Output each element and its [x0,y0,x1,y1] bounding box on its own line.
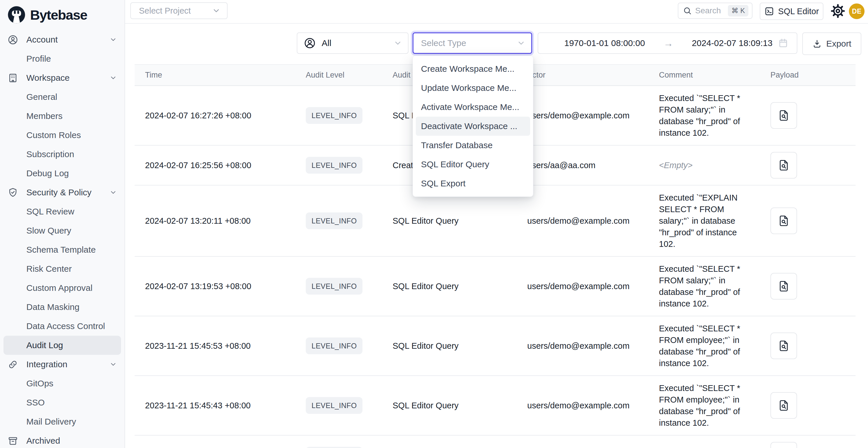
sidebar-item[interactable]: Audit Log [3,336,121,355]
sidebar-item[interactable]: Data Access Control [3,317,121,336]
table-column-header: Comment [649,65,760,85]
sidebar-item-label: Profile [26,54,51,64]
sidebar-item[interactable]: Profile [3,49,121,68]
cell-time: 2023-11-21 15:45:43 +08:00 [135,393,295,418]
sidebar-item-label: Schema Template [26,245,96,255]
sidebar-item[interactable]: Workspace [3,68,121,87]
sidebar-item-label: Archived [26,436,60,446]
sidebar-item[interactable]: Account [3,30,121,49]
payload-view-button[interactable] [770,332,797,359]
sidebar-item-label: Risk Center [26,264,72,274]
user-avatar[interactable]: DE [849,3,865,19]
sidebar-item-label: Debug Log [26,168,69,178]
sidebar-item[interactable]: Custom Roles [3,126,121,145]
sidebar-item-label: Data Access Control [26,321,105,331]
cell-payload [760,266,856,306]
cell-actor: users/demo@example.com [517,393,649,418]
actor-filter-select[interactable]: All [297,32,408,54]
brand-logo[interactable]: Bytebase [0,0,124,26]
payload-view-button[interactable] [770,273,797,299]
type-menu-item[interactable]: SQL Export [416,174,530,193]
sidebar-item[interactable]: Debug Log [3,164,121,183]
payload-view-button[interactable] [770,102,797,129]
table-column-header: Actor [517,65,649,85]
level-badge: LEVEL_INFO [306,447,363,448]
sidebar-item-icon [7,187,18,198]
cell-audit-level: LEVEL_INFO [295,271,382,301]
sidebar-item[interactable]: Subscription [3,145,121,164]
export-button[interactable]: Export [802,32,861,55]
type-filter-dropdown-menu: Create Workspace Me...Update Workspace M… [412,56,533,197]
sidebar-item-label: Mail Delivery [26,417,76,426]
table-column-header: Payload [760,65,856,85]
chevron-down-icon [212,6,221,15]
sidebar-item[interactable]: Schema Template [3,240,121,259]
type-filter-select[interactable]: Select Type [412,32,532,54]
sidebar-item[interactable]: Data Masking [3,297,121,317]
sql-editor-button[interactable]: SQL Editor [760,3,824,20]
sidebar-item[interactable]: Mail Delivery [3,412,121,431]
date-start-value: 1970-01-01 08:00:00 [564,38,645,48]
type-menu-item[interactable]: Transfer Database [416,136,530,155]
chevron-down-icon [110,189,117,196]
export-label: Export [826,39,851,49]
sidebar-item-label: Custom Roles [26,130,81,140]
terminal-icon [764,6,774,16]
level-badge: LEVEL_INFO [306,397,363,414]
cell-audit-type: SQL Editor Query [382,209,517,233]
type-menu-item[interactable]: Create Workspace Me... [416,59,530,78]
cell-time: 2023-11-04 22:48:30 +08:00 [135,443,295,448]
cell-payload [760,96,856,135]
sidebar-item[interactable]: Risk Center [3,259,121,279]
payload-view-button[interactable] [770,392,797,419]
type-menu-item[interactable]: Deactivate Workspace ... [416,117,530,136]
filter-bar: All Select Type 1970-01-01 08:00:00 → 20… [125,32,868,55]
cell-comment: Executed `"SELECT * FROM salary;"` in da… [649,86,760,145]
search-input[interactable]: Search ⌘ K [678,3,752,19]
sidebar-item[interactable]: Archived [3,431,121,448]
sidebar-item[interactable]: Slow Query [3,221,121,240]
sidebar-item[interactable]: GitOps [3,374,121,393]
cell-time: 2023-11-21 15:45:53 +08:00 [135,334,295,358]
payload-view-button[interactable] [770,207,797,234]
project-select-placeholder: Select Project [139,6,191,15]
type-menu-item[interactable]: Update Workspace Me... [416,78,530,98]
sidebar-item-label: Subscription [26,149,74,159]
cell-audit-level: LEVEL_INFO [295,206,382,235]
sidebar-item-label: SQL Review [26,206,74,217]
cell-comment: Executed `"EXPLAIN SELECT * FROM salary;… [649,186,760,256]
file-search-icon [778,399,790,412]
cell-comment: <Empty> [649,443,760,448]
settings-gear-icon[interactable] [830,3,845,19]
sidebar-item-icon [7,73,18,83]
cell-audit-type: SQL Editor Query [382,393,517,418]
sidebar-item-icon [7,436,18,446]
sidebar-item[interactable]: General [3,87,121,106]
sidebar-item-label: Audit Log [26,340,63,350]
payload-view-button[interactable] [770,152,797,179]
cell-audit-level: LEVEL_INFO [295,101,382,130]
project-select[interactable]: Select Project [130,2,227,19]
type-menu-item[interactable]: SQL Editor Query [416,155,530,174]
table-row: 2024-02-07 13:19:53 +08:00 LEVEL_INFO SQ… [135,257,856,316]
sidebar-item[interactable]: Custom Approval [3,279,121,297]
table-row: 2023-11-21 15:45:53 +08:00 LEVEL_INFO SQ… [135,316,856,376]
chevron-down-icon [517,39,526,47]
date-range-picker[interactable]: 1970-01-01 08:00:00 → 2024-02-07 18:09:1… [538,32,797,54]
sidebar-item[interactable]: SSO [3,393,121,412]
table-column-header: Time [135,65,295,85]
sidebar-item[interactable]: Integration [3,355,121,374]
cell-actor: users/aa@aa.com [517,153,649,178]
cell-audit-type: SQL Editor Query [382,274,517,298]
sidebar-item-label: Workspace [26,73,70,83]
table-row: 2023-11-21 15:45:43 +08:00 LEVEL_INFO SQ… [135,376,856,436]
sidebar-item[interactable]: SQL Review [3,202,121,221]
sidebar-item[interactable]: Security & Policy [3,183,121,202]
sidebar-item[interactable]: Members [3,106,121,126]
sidebar-item-label: Account [26,35,58,44]
type-menu-item[interactable]: Activate Workspace Me... [416,98,530,117]
arrow-right-icon: → [663,38,674,49]
calendar-icon [778,38,789,49]
payload-view-button[interactable] [770,442,797,448]
sidebar-item-label: Custom Approval [26,283,92,293]
